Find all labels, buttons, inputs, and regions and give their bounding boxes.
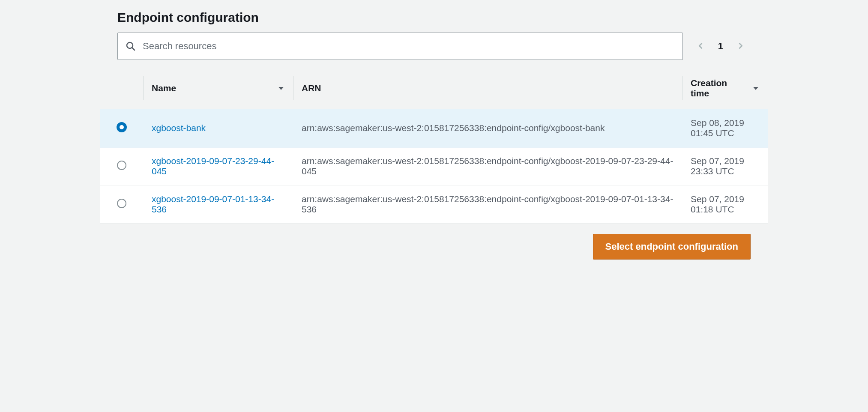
creation-time-cell: Sep 07, 2019 23:33 UTC: [682, 147, 768, 185]
col-name-label: Name: [152, 83, 176, 93]
actions-row: Select endpoint configuration: [100, 224, 768, 260]
endpoint-config-panel: Endpoint configuration: [100, 0, 768, 277]
table-row[interactable]: xgboost-2019-09-07-01-13-34-536arn:aws:s…: [100, 185, 768, 224]
name-cell: xgboost-bank: [143, 109, 293, 147]
endpoint-config-name-link[interactable]: xgboost-2019-09-07-01-13-34-536: [152, 194, 274, 214]
creation-time-cell: Sep 07, 2019 01:18 UTC: [682, 185, 768, 224]
radio-selected-icon[interactable]: [117, 122, 127, 132]
radio-unselected-icon[interactable]: [117, 199, 126, 208]
sort-caret-icon: [278, 85, 284, 92]
table-row[interactable]: xgboost-2019-09-07-23-29-44-045arn:aws:s…: [100, 147, 768, 185]
col-creation-time[interactable]: Creation time: [682, 68, 768, 109]
col-select: [100, 68, 143, 109]
name-cell: xgboost-2019-09-07-23-29-44-045: [143, 147, 293, 185]
arn-cell: arn:aws:sagemaker:us-west-2:015817256338…: [293, 185, 682, 224]
chevron-left-icon: [696, 41, 705, 52]
page-current: 1: [715, 41, 726, 52]
col-name[interactable]: Name: [143, 68, 293, 109]
arn-cell: arn:aws:sagemaker:us-west-2:015817256338…: [293, 147, 682, 185]
radio-cell[interactable]: [100, 109, 143, 147]
endpoint-config-table: Name ARN Creation time: [100, 68, 768, 224]
endpoint-config-name-link[interactable]: xgboost-2019-09-07-23-29-44-045: [152, 156, 274, 176]
select-endpoint-config-button[interactable]: Select endpoint configuration: [593, 234, 751, 260]
search-input[interactable]: [142, 40, 675, 52]
creation-time-cell: Sep 08, 2019 01:45 UTC: [682, 109, 768, 147]
arn-cell: arn:aws:sagemaker:us-west-2:015817256338…: [293, 109, 682, 147]
col-creation-time-label: Creation time: [691, 78, 747, 99]
svg-marker-2: [278, 87, 284, 90]
table-header-row: Name ARN Creation time: [100, 68, 768, 109]
table-row[interactable]: xgboost-bankarn:aws:sagemaker:us-west-2:…: [100, 109, 768, 147]
chevron-right-icon: [736, 41, 745, 52]
page-prev-button[interactable]: [693, 39, 708, 54]
pagination: 1: [693, 39, 751, 54]
panel-title: Endpoint configuration: [117, 10, 751, 25]
page-next-button[interactable]: [733, 39, 748, 54]
radio-cell[interactable]: [100, 185, 143, 224]
svg-marker-3: [753, 87, 758, 90]
toolbar: 1: [117, 33, 751, 60]
sort-caret-icon: [752, 85, 759, 92]
search-icon: [126, 41, 136, 51]
endpoint-config-name-link[interactable]: xgboost-bank: [152, 123, 206, 133]
radio-unselected-icon[interactable]: [117, 161, 126, 170]
col-arn[interactable]: ARN: [293, 68, 682, 109]
col-arn-label: ARN: [302, 83, 321, 93]
svg-line-1: [132, 48, 135, 50]
search-box[interactable]: [117, 33, 683, 60]
name-cell: xgboost-2019-09-07-01-13-34-536: [143, 185, 293, 224]
radio-cell[interactable]: [100, 147, 143, 185]
panel-header: Endpoint configuration: [100, 10, 768, 68]
